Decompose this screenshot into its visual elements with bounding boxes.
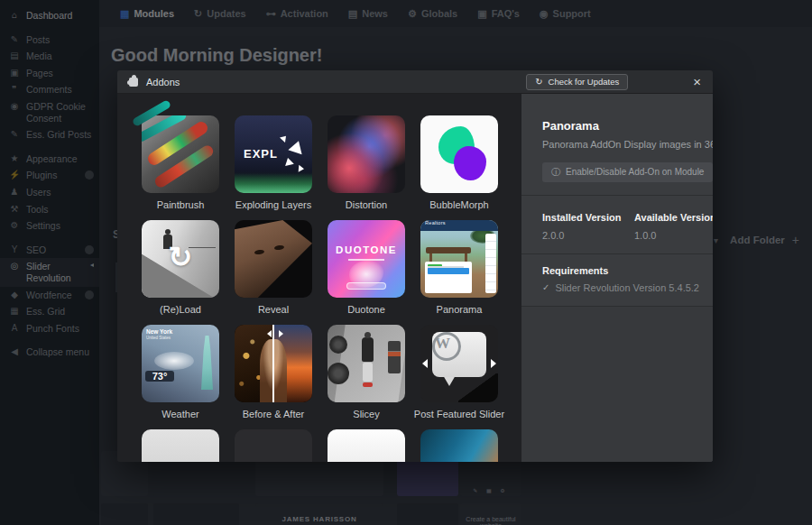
addon-tile-reveal[interactable]: Reveal — [235, 220, 312, 315]
addon-tile-partial[interactable] — [142, 429, 219, 462]
available-version-value: 1.0.0 — [634, 230, 713, 241]
panorama-thumbnail: Realtors $3,250,000 — [420, 220, 498, 298]
requirement-text: Slider Revolution Version 5.4.5.2 — [555, 282, 699, 293]
addon-tile-panorama[interactable]: Realtors $3,250,000 Panorama — [420, 220, 498, 315]
screen: ⌂Dashboard ✎Posts ▤Media ▣Pages ❞Comment… — [0, 0, 812, 525]
addon-label: Paintbrush — [126, 199, 235, 210]
modal-header: Addons ↻ Check for Updates × — [117, 70, 713, 94]
requirement-item: ✓ Slider Revolution Version 5.4.5.2 — [542, 282, 713, 293]
addons-modal: Addons ↻ Check for Updates × Paintbrush … — [117, 70, 713, 462]
addon-label: Exploding Layers — [219, 199, 328, 210]
expl-text: EXPL — [244, 147, 278, 161]
addon-detail-title: Panorama — [542, 119, 713, 133]
modal-title: Addons — [146, 77, 180, 88]
addon-tile-post-featured-slider[interactable]: W Post Featured Slider — [420, 325, 498, 419]
bubblemorph-thumbnail — [420, 115, 498, 193]
duotone-text: DUOTONE — [328, 244, 405, 255]
addon-tile-reload[interactable]: ↻ (Re)Load — [142, 220, 219, 315]
addon-tile-paintbrush[interactable]: Paintbrush — [142, 115, 219, 210]
realtors-text: Realtors — [425, 220, 446, 226]
check-for-updates-label: Check for Updates — [549, 77, 620, 87]
available-version-block: Available Version 1.0.0 — [634, 212, 713, 241]
addon-label: BubbleMorph — [405, 199, 513, 210]
reveal-thumbnail — [235, 220, 312, 298]
available-version-label: Available Version — [634, 212, 713, 223]
enable-disable-button[interactable]: ⓘ Enable/Disable Add-On on Module — [542, 162, 713, 182]
addon-tile-bubblemorph[interactable]: BubbleMorph — [420, 115, 498, 210]
reload-thumbnail: ↻ — [142, 220, 219, 298]
weather-temp: 73° — [145, 371, 174, 382]
before-after-thumbnail — [235, 325, 312, 402]
info-icon: ⓘ — [551, 166, 560, 179]
installed-version-block: Installed Version 2.0.0 — [542, 212, 634, 241]
partial-thumbnail — [235, 429, 312, 462]
installed-version-label: Installed Version — [542, 212, 634, 223]
weather-city: New York — [146, 328, 172, 335]
slicey-thumbnail — [328, 325, 405, 402]
distortion-thumbnail — [328, 115, 405, 193]
detail-empty-area — [521, 307, 713, 462]
addon-label: Weather — [126, 409, 235, 419]
installed-version-value: 2.0.0 — [542, 230, 634, 241]
addon-detail-panel: Panorama Panorama AddOn Display images i… — [521, 94, 713, 462]
paintbrush-thumbnail — [142, 115, 219, 193]
refresh-icon: ↻ — [535, 77, 542, 87]
addon-label: Panorama — [405, 304, 513, 315]
requirements-section: Requirements ✓ Slider Revolution Version… — [521, 254, 713, 306]
partial-thumbnail — [142, 429, 219, 462]
addon-label: Before & After — [219, 409, 328, 419]
addon-label: Reveal — [219, 304, 328, 315]
addon-tile-weather[interactable]: New YorkUnited States 73° Weather — [142, 325, 219, 419]
addons-grid: Paintbrush EXPL Exploding Layers Distort… — [117, 94, 521, 462]
version-section: Installed Version 2.0.0 Available Versio… — [521, 196, 713, 253]
duotone-thumbnail: DUOTONE — [328, 220, 405, 298]
checkmark-icon: ✓ — [542, 282, 549, 292]
addon-detail-description: Panorama AddOn Display images in 360° — [542, 138, 713, 152]
enable-disable-label: Enable/Disable Add-On on Module — [566, 167, 704, 177]
addon-tile-distortion[interactable]: Distortion — [328, 115, 405, 210]
check-for-updates-button[interactable]: ↻ Check for Updates — [526, 74, 628, 90]
exploding-layers-thumbnail: EXPL — [235, 115, 312, 193]
post-featured-slider-thumbnail: W — [420, 325, 498, 402]
addon-label: Post Featured Slider — [405, 409, 513, 419]
partial-thumbnail — [420, 429, 498, 462]
puzzle-icon — [129, 78, 138, 87]
addon-label: (Re)Load — [126, 304, 235, 315]
addon-tile-partial[interactable] — [420, 429, 498, 462]
addon-label: Duotone — [312, 304, 420, 315]
weather-thumbnail: New YorkUnited States 73° — [142, 325, 219, 402]
addon-tile-exploding-layers[interactable]: EXPL Exploding Layers — [235, 115, 312, 210]
wordpress-logo: W — [432, 332, 461, 361]
reload-icon: ↻ — [169, 240, 193, 274]
close-icon[interactable]: × — [693, 75, 701, 88]
addon-label: Distortion — [312, 199, 420, 210]
modal-body: Paintbrush EXPL Exploding Layers Distort… — [117, 94, 713, 462]
addon-tile-before-after[interactable]: Before & After — [235, 325, 312, 419]
addon-tile-partial[interactable] — [235, 429, 312, 462]
addon-tile-slicey[interactable]: Slicey — [328, 325, 405, 419]
requirements-label: Requirements — [542, 265, 713, 276]
addon-label: Slicey — [312, 409, 420, 419]
detail-info-section: Panorama Panorama AddOn Display images i… — [521, 94, 713, 195]
addon-tile-duotone[interactable]: DUOTONE Duotone — [328, 220, 405, 315]
partial-thumbnail — [328, 429, 405, 462]
prev-arrow-icon — [422, 359, 428, 368]
addon-tile-partial[interactable] — [328, 429, 405, 462]
next-arrow-icon — [491, 359, 496, 368]
weather-country: United States — [146, 336, 172, 340]
